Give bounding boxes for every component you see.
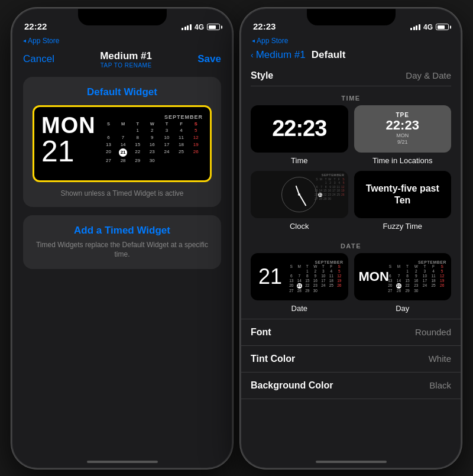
d19: 19 — [335, 279, 344, 283]
day-e5 — [189, 157, 203, 164]
clock-center-dot — [298, 193, 300, 196]
day-28: 28 — [116, 157, 130, 164]
home-indicator-left — [87, 461, 158, 463]
back-button-right[interactable]: ‹ Medium #1 — [251, 49, 306, 61]
day-empty1 — [102, 127, 116, 134]
clock-widget-option[interactable]: SEPTEMBER SMTWTFS 12345 6789101112 13141… — [251, 171, 348, 231]
d29: 29 — [303, 289, 312, 293]
time-loc-widget-preview: TPE 22:23 MON 9/21 — [354, 105, 452, 153]
day-25: 25 — [174, 148, 189, 157]
sub-status-left[interactable]: ◂ App Store — [12, 35, 232, 47]
ddh-t: T — [403, 264, 412, 269]
day-name-big: MON — [359, 269, 384, 284]
nav-title-left: Medium #1 — [100, 50, 152, 62]
cal-grid: S M T W T F S 1 2 3 — [102, 121, 203, 164]
dd26: 26 — [438, 283, 446, 289]
day-e4 — [174, 157, 189, 164]
d27: 27 — [287, 289, 296, 293]
day-mini-month: SEPTEMBER — [386, 260, 447, 264]
font-value: Rounded — [415, 327, 451, 337]
d28: 28 — [296, 289, 304, 293]
time-widget-option[interactable]: 22:23 Time — [251, 105, 348, 165]
save-button[interactable]: Save — [197, 53, 221, 65]
d11: 11 — [328, 274, 336, 279]
status-time-right: 22:23 — [253, 21, 276, 31]
fuzzy-text: Twenty-five past Ten — [359, 183, 447, 205]
right-content: Style Day & Date TIME 22:23 Time — [241, 64, 461, 469]
time-widgets-grid: 22:23 Time TPE 22:23 MON 9/21 — [251, 105, 451, 231]
timed-widget-button[interactable]: Add a Timed Widget Timed Widgets replace… — [23, 215, 221, 270]
background-color-row[interactable]: Background Color Black — [241, 373, 461, 399]
d12: 12 — [335, 274, 344, 279]
day-13: 13 — [102, 141, 116, 148]
dh-sa: S — [335, 264, 344, 269]
bar2 — [184, 27, 186, 30]
bar3 — [187, 25, 189, 30]
day-29: 29 — [131, 157, 145, 164]
clock-widget-preview: SEPTEMBER SMTWTFS 12345 6789101112 13141… — [251, 171, 348, 218]
dh-s: S — [287, 264, 296, 269]
nav-bar-right: ‹ Medium #1 Default — [241, 47, 461, 64]
date-label: Date — [291, 304, 307, 313]
signal-type-left: 4G — [195, 23, 204, 31]
dd6: 6 — [386, 274, 395, 279]
day-1: 1 — [131, 127, 145, 134]
app-store-link-right: App Store — [257, 37, 288, 45]
d24: 24 — [319, 283, 328, 289]
time-loc-widget-option[interactable]: TPE 22:23 MON 9/21 Time in Locations — [354, 105, 452, 165]
d23: 23 — [312, 283, 320, 289]
day-26: 26 — [189, 148, 203, 157]
sub-status-right[interactable]: ◂ App Store — [241, 35, 461, 47]
col-sun: S — [102, 121, 116, 127]
loc-sub1: MON — [396, 132, 409, 138]
phones-container: 22:22 4G ◂ App Store Cancel — [5, 2, 468, 475]
fuzzy-widget-option[interactable]: Twenty-five past Ten Fuzzy Time — [354, 171, 452, 231]
d21-today: 21 — [297, 283, 302, 289]
widget-info-text: Shown unless a Timed Widget is active — [60, 189, 183, 197]
day-14: 14 — [116, 141, 130, 148]
d10: 10 — [319, 274, 328, 279]
back-chevron-right: ◂ — [252, 37, 255, 44]
time-widget-preview: 22:23 — [251, 105, 348, 153]
time-loc-label: Time in Locations — [372, 156, 432, 165]
font-row[interactable]: Font Rounded — [241, 319, 461, 346]
dd2: 2 — [412, 269, 420, 274]
day-widget-option[interactable]: MON SEPTEMBER SMTWTFS 12345 6789101112 1… — [354, 253, 452, 313]
month-title: SEPTEMBER — [102, 114, 203, 120]
dd25: 25 — [429, 283, 438, 289]
dd5: 5 — [438, 269, 446, 274]
bg-color-value: Black — [429, 380, 451, 390]
date-widget-option[interactable]: 21 SEPTEMBER SMTWTFS 12345 6789101112 13… — [251, 253, 348, 313]
d16: 16 — [312, 279, 320, 283]
widget-preview[interactable]: MON 21 SEPTEMBER S M T W T F — [33, 105, 212, 182]
dd13: 13 — [386, 279, 395, 283]
col-wed: W — [145, 121, 160, 127]
fuzzy-label: Fuzzy Time — [383, 222, 422, 231]
cancel-button[interactable]: Cancel — [23, 53, 54, 65]
rbar1 — [410, 28, 412, 30]
tint-color-row[interactable]: Tint Color White — [241, 346, 461, 373]
battery-fill-right — [438, 25, 445, 29]
time-section-header: TIME — [251, 89, 451, 105]
dd30: 30 — [412, 289, 420, 293]
widget-day-big: MON 21 — [41, 114, 96, 166]
tint-color-value: White — [429, 354, 451, 364]
date-widgets-grid: 21 SEPTEMBER SMTWTFS 12345 6789101112 13… — [251, 253, 451, 313]
dh-t: T — [303, 264, 312, 269]
widget-day-num: 21 — [41, 137, 74, 166]
dd4: 4 — [429, 269, 438, 274]
dd8: 8 — [403, 274, 412, 279]
style-row[interactable]: Style Day & Date — [251, 64, 451, 86]
nav-subtitle-left[interactable]: TAP TO RENAME — [100, 62, 152, 69]
dd18: 18 — [429, 279, 438, 283]
widget-calendar: SEPTEMBER S M T W T F S — [102, 114, 203, 164]
d22: 22 — [303, 283, 312, 289]
dd27: 27 — [386, 289, 395, 293]
dd17: 17 — [420, 279, 429, 283]
battery-left — [207, 24, 220, 30]
ddh-m: M — [394, 264, 403, 269]
dd23: 23 — [412, 283, 420, 289]
d6: 6 — [287, 274, 296, 279]
time-widget-time: 22:23 — [272, 116, 326, 141]
d7: 7 — [296, 274, 304, 279]
